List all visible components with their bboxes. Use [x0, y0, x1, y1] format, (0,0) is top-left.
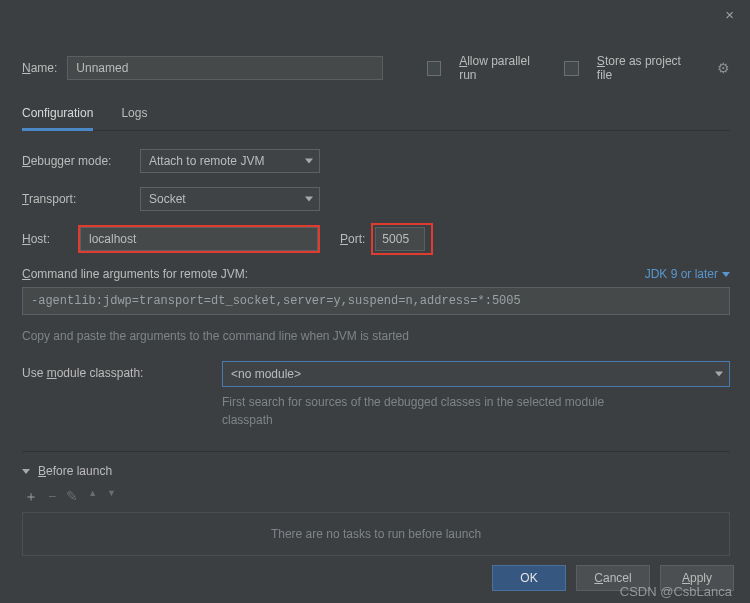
name-input[interactable] [67, 56, 382, 80]
title-bar: × [0, 0, 750, 30]
before-launch-title: Before launch [38, 464, 112, 478]
port-highlight [373, 225, 431, 253]
chevron-down-icon [305, 159, 313, 164]
chevron-down-icon [22, 469, 30, 474]
dialog-buttons: OK Cancel Apply [492, 565, 734, 591]
name-label: Name: [22, 61, 57, 75]
host-input[interactable] [80, 227, 318, 251]
module-hint: First search for sources of the debugged… [222, 393, 652, 429]
before-launch-header[interactable]: Before launch [22, 464, 730, 478]
down-icon: ▼ [107, 488, 116, 506]
up-icon: ▲ [88, 488, 97, 506]
module-classpath-combo[interactable]: <no module> [222, 361, 730, 387]
name-row: Name: Allow parallel run Store as projec… [22, 54, 730, 82]
tabs: Configuration Logs [22, 100, 730, 131]
apply-button[interactable]: Apply [660, 565, 734, 591]
cmd-hint: Copy and paste the arguments to the comm… [22, 329, 730, 343]
module-classpath-label: Use module classpath: [22, 361, 222, 380]
close-icon[interactable]: × [719, 4, 740, 25]
before-launch-empty: There are no tasks to run before launch [271, 527, 481, 541]
tab-configuration[interactable]: Configuration [22, 100, 93, 131]
gear-icon[interactable]: ⚙ [717, 60, 730, 76]
debugger-mode-combo[interactable]: Attach to remote JVM [140, 149, 320, 173]
separator [22, 451, 730, 452]
add-icon[interactable]: ＋ [24, 488, 38, 506]
before-launch-toolbar: ＋ − ✎ ▲ ▼ [22, 486, 730, 512]
host-label: Host: [22, 232, 62, 246]
debugger-mode-label: Debugger mode: [22, 154, 140, 168]
chevron-down-icon [715, 372, 723, 377]
port-input[interactable] [375, 227, 425, 251]
edit-icon: ✎ [66, 488, 78, 506]
chevron-down-icon [305, 197, 313, 202]
jdk-version-link[interactable]: JDK 9 or later [645, 267, 730, 281]
chevron-down-icon [722, 272, 730, 277]
allow-parallel-label: Allow parallel run [459, 54, 546, 82]
cancel-button[interactable]: Cancel [576, 565, 650, 591]
store-as-project-label: Store as project file [597, 54, 695, 82]
allow-parallel-checkbox[interactable] [427, 61, 441, 76]
port-label: Port: [340, 232, 365, 246]
remove-icon: − [48, 488, 56, 506]
cmd-args-label: Command line arguments for remote JVM: [22, 267, 248, 281]
transport-label: Transport: [22, 192, 140, 206]
tab-logs[interactable]: Logs [121, 100, 147, 131]
cmd-args-box[interactable]: -agentlib:jdwp=transport=dt_socket,serve… [22, 287, 730, 315]
ok-button[interactable]: OK [492, 565, 566, 591]
store-as-project-checkbox[interactable] [564, 61, 578, 76]
transport-combo[interactable]: Socket [140, 187, 320, 211]
before-launch-list: There are no tasks to run before launch [22, 512, 730, 556]
